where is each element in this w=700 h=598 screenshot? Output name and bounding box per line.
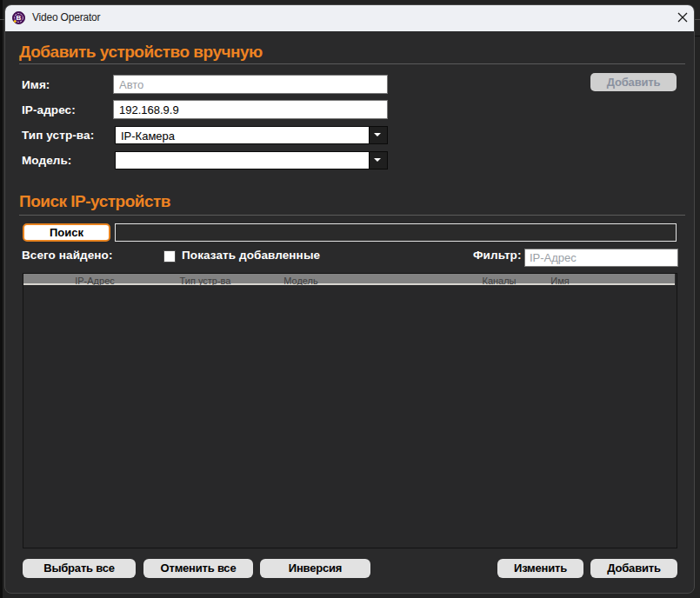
svg-text:B: B xyxy=(17,14,22,22)
